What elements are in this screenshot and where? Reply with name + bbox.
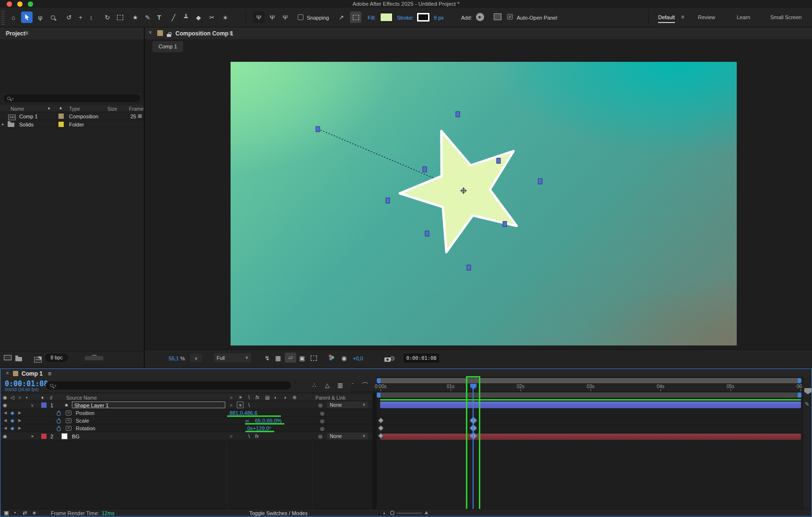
solo-column-icon[interactable]: ○ [18, 395, 21, 400]
parent-dropdown[interactable]: None ∨ [327, 402, 368, 408]
pickwhip-icon[interactable]: ◎ [320, 426, 325, 431]
selection-tool[interactable] [21, 11, 33, 23]
timeline-zoom-track[interactable] [397, 513, 422, 514]
twirl-icon[interactable]: ∨ [31, 403, 34, 408]
graph-toggle-icon[interactable]: ≈ [66, 418, 71, 423]
eraser-tool[interactable]: ◆ [193, 11, 204, 23]
workspace-menu-icon[interactable]: ≡ [681, 14, 684, 20]
timeline-navigator[interactable] [377, 378, 801, 383]
layer-label-color[interactable] [41, 434, 46, 439]
project-row-solids[interactable]: ▸ Solids Folder [0, 120, 144, 128]
collapse-switch[interactable]: ☀ [237, 402, 244, 408]
graph-toggle-icon[interactable]: ≈ [66, 426, 71, 431]
pane-gap[interactable] [372, 393, 377, 509]
keyframe-scale-start[interactable] [378, 425, 384, 431]
shape-layer-bar[interactable] [380, 402, 801, 408]
fast-preview-icon[interactable]: ↯ [265, 355, 270, 361]
collapse-column-icon[interactable]: ☀ [238, 395, 243, 400]
visibility-eye-icon[interactable]: ◉ [3, 434, 7, 439]
graph-toggle-icon[interactable]: ≈ [66, 411, 71, 415]
composition-viewport[interactable] [231, 62, 737, 345]
property-name[interactable]: Position [76, 410, 94, 416]
property-row-rotation[interactable]: ◀ ◆ ▶ ≈ Rotation 0x+129,0° ◎ [0, 425, 376, 432]
pickwhip-icon[interactable]: ◎ [318, 402, 323, 408]
next-keyframe-icon[interactable]: ▶ [18, 426, 21, 430]
layer-name[interactable]: BG [72, 434, 80, 439]
property-name[interactable]: Scale [76, 418, 89, 424]
transparency-grid-icon[interactable]: ▦ [275, 355, 281, 361]
in-out-panes-toggle-icon[interactable]: ⇄ [23, 510, 27, 516]
brush-tool[interactable]: ╱ [168, 11, 179, 23]
threed-column-icon[interactable]: ⊕ [292, 395, 296, 400]
clone-stamp-tool[interactable]: ┻ [180, 11, 192, 23]
item-label-color[interactable] [58, 122, 64, 127]
comp-menu-icon[interactable]: ≡ [229, 30, 232, 36]
next-keyframe-icon[interactable]: ▶ [18, 418, 21, 423]
exposure-value[interactable]: +0,0 [353, 356, 363, 361]
magnification-value[interactable]: 55,1 [169, 356, 179, 361]
stroke-label[interactable]: Stroke: [397, 15, 414, 21]
transfer-controls-toggle-icon[interactable]: ◔ [13, 510, 16, 516]
workspace-default[interactable]: Default [658, 14, 675, 23]
zoom-in-mountain-icon[interactable]: ▲ [424, 510, 429, 515]
shape-layer-overlay[interactable] [231, 62, 737, 345]
item-label-color[interactable] [58, 114, 64, 119]
video-column-icon[interactable]: ◉ [3, 395, 7, 400]
time-ruler[interactable]: 0:00s 01s 02s 03s 04s 05s 06s [350, 384, 805, 392]
label-column-icon[interactable]: ♦ [59, 106, 62, 111]
project-panel-title[interactable]: Project [6, 30, 25, 37]
stroke-width-value[interactable]: 9 px [434, 15, 444, 21]
bg-layer-bar[interactable] [380, 434, 801, 440]
property-name[interactable]: Rotation [76, 425, 95, 431]
source-name-column[interactable]: Source Name [66, 395, 97, 401]
roto-brush-tool[interactable]: ✂ [206, 11, 218, 23]
close-panel-icon[interactable]: × [6, 370, 9, 376]
layer-row-shape[interactable]: ◉ ∨ 1 ★ Shape Layer 1 ○ ☀ ∖ ◎ None ∨ [0, 401, 376, 409]
pan-camera-tool[interactable]: + [75, 11, 86, 23]
work-area-start-handle[interactable] [377, 392, 381, 398]
toggle-switches-button[interactable]: Toggle Switches / Modes [249, 510, 308, 516]
next-keyframe-icon[interactable]: ▶ [18, 411, 21, 415]
navigator-start-handle[interactable] [377, 378, 381, 383]
snapping-checkbox[interactable] [298, 14, 303, 20]
snap-box-button[interactable] [350, 11, 361, 23]
fill-label[interactable]: Fill: [368, 15, 376, 21]
prev-keyframe-icon[interactable]: ◀ [4, 418, 7, 423]
axis-view-button[interactable]: Ψ [279, 11, 291, 23]
rotation-tool[interactable]: ↻ [102, 11, 113, 23]
camera-tool[interactable] [114, 11, 126, 23]
parent-link-column[interactable]: Parent & Link [315, 395, 346, 401]
color-management-icon[interactable]: ◉ [341, 355, 347, 361]
keyframe-toggle-icon[interactable]: ◆ [11, 418, 14, 423]
pickwhip-icon[interactable]: ◎ [320, 418, 325, 424]
panel-scrollbar[interactable] [84, 356, 104, 360]
region-of-interest-icon[interactable]: ▣ [299, 355, 305, 361]
project-row-comp1[interactable]: Comp 1 Composition 25 ▦ [0, 112, 144, 120]
snap-angle-button[interactable]: ↗ [336, 11, 347, 23]
work-area-end-handle[interactable] [798, 392, 801, 398]
quality-switch-icon[interactable]: ∖ [247, 402, 250, 408]
mini-flowchart-icon[interactable]: ∴ [313, 382, 316, 388]
sort-asc-icon[interactable]: ▲ [47, 106, 51, 110]
axis-local-button[interactable]: Ψ [253, 11, 265, 23]
magnification-dropdown[interactable]: ∨ [190, 354, 202, 362]
column-size[interactable]: Size [107, 106, 117, 112]
adjustment-column-icon[interactable]: ◑ [283, 395, 286, 400]
timeline-zoom-knob[interactable] [390, 511, 394, 515]
comp-marker-bin-button[interactable] [804, 388, 812, 394]
type-tool[interactable]: T [153, 11, 165, 23]
layer-label-color[interactable] [41, 402, 46, 408]
draft-3d-icon[interactable]: △ [325, 382, 329, 388]
fx-column-icon[interactable]: fx [255, 395, 259, 400]
lock-column-icon[interactable]: ▪ [26, 395, 28, 400]
quality-column-icon[interactable]: ∖ [247, 395, 250, 400]
stopwatch-icon[interactable] [57, 412, 61, 416]
keyframe-toggle-icon[interactable]: ◆ [11, 425, 14, 431]
label-column-icon[interactable]: ♦ [41, 395, 44, 400]
fx-switch-icon[interactable]: fx [255, 434, 259, 439]
expand-folder-icon[interactable]: ▸ [2, 122, 4, 126]
channel-icons[interactable] [329, 355, 336, 360]
comp-panel-title[interactable]: Composition Comp 1 [175, 30, 233, 37]
bpc-button[interactable]: 8 bpc [45, 354, 68, 362]
keyframe-position-start[interactable] [378, 417, 384, 424]
